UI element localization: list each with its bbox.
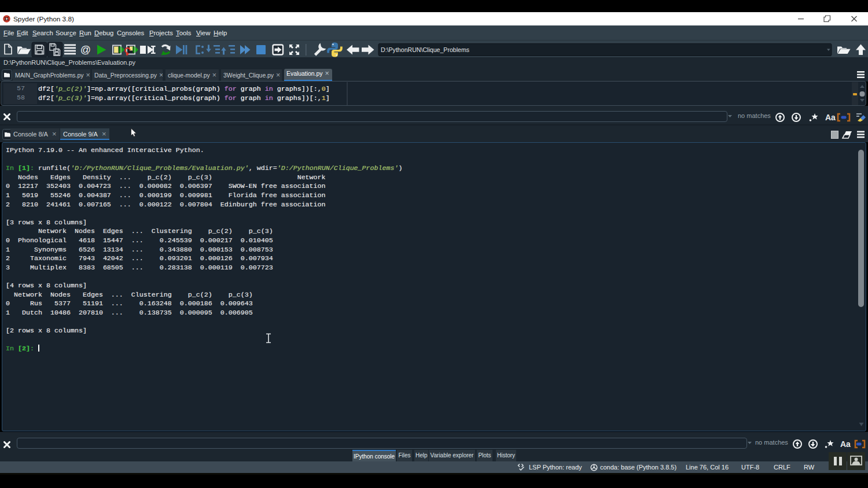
svg-text:@: @ <box>80 44 91 56</box>
svg-text:Aa: Aa <box>825 113 836 122</box>
svg-text:D:\PythonRUN\Clique_Problems: D:\PythonRUN\Clique_Problems <box>381 46 469 53</box>
svg-text:Aa: Aa <box>840 439 851 449</box>
